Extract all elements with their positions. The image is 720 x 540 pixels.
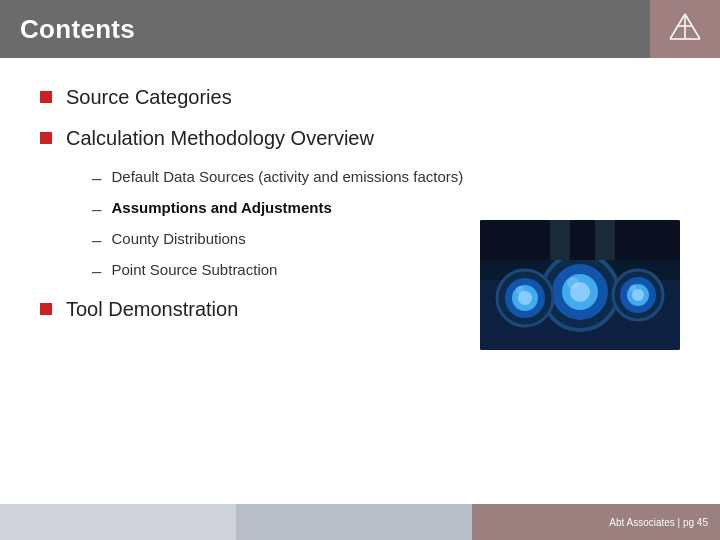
svg-rect-19 — [480, 220, 680, 260]
sub-bullet-assumptions: – Assumptions and Adjustments — [92, 199, 680, 220]
svg-rect-21 — [595, 220, 615, 260]
footer: Abt Associates | pg 45 — [0, 504, 720, 540]
footer-right: Abt Associates | pg 45 — [472, 504, 720, 540]
svg-point-23 — [516, 286, 524, 294]
sub-bullet-default-data: – Default Data Sources (activity and emi… — [92, 168, 680, 189]
image-placeholder — [480, 220, 680, 350]
sub-dash-icon: – — [92, 169, 101, 189]
bullet-text-tool-demo: Tool Demonstration — [66, 298, 238, 321]
sub-dash-icon-3: – — [92, 231, 101, 251]
bullet-square-icon-2 — [40, 132, 52, 144]
sub-dash-icon-2: – — [92, 200, 101, 220]
burner-svg — [480, 220, 680, 350]
industrial-image — [480, 220, 680, 350]
svg-point-24 — [630, 285, 637, 292]
logo-area — [650, 0, 720, 58]
sub-text-default-data: Default Data Sources (activity and emiss… — [111, 168, 463, 185]
svg-rect-20 — [550, 220, 570, 260]
bullet-item-source-categories: Source Categories — [40, 86, 680, 109]
footer-center — [236, 504, 472, 540]
slide: Contents Source Categories Calculation M… — [0, 0, 720, 540]
sub-text-point-source: Point Source Subtraction — [111, 261, 277, 278]
header-bar: Contents — [0, 0, 720, 58]
slide-title: Contents — [20, 14, 135, 45]
logo-icon — [665, 9, 705, 49]
svg-point-22 — [567, 277, 579, 289]
bullet-text-source-categories: Source Categories — [66, 86, 232, 109]
sub-dash-icon-4: – — [92, 262, 101, 282]
bullet-square-icon — [40, 91, 52, 103]
footer-left — [0, 504, 236, 540]
sub-text-assumptions: Assumptions and Adjustments — [111, 199, 331, 216]
bullet-item-calculation: Calculation Methodology Overview — [40, 127, 680, 150]
footer-label: Abt Associates | pg 45 — [609, 517, 708, 528]
sub-text-county: County Distributions — [111, 230, 245, 247]
bullet-square-icon-3 — [40, 303, 52, 315]
bullet-text-calculation: Calculation Methodology Overview — [66, 127, 374, 150]
